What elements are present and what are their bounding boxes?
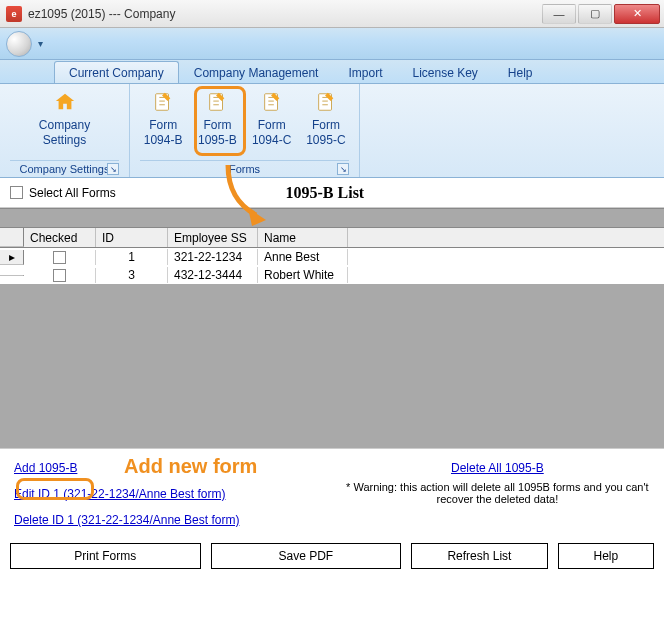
cell-id[interactable]: 3	[96, 267, 168, 283]
select-all-strip: Select All Forms 1095-B List	[0, 178, 664, 208]
select-all-checkbox[interactable]	[10, 186, 23, 199]
form-icon	[205, 90, 229, 114]
minimize-button[interactable]: —	[542, 4, 576, 24]
form-1095b-button[interactable]: Form 1095-B	[194, 88, 240, 148]
maximize-button[interactable]: ▢	[578, 4, 612, 24]
cell-name[interactable]: Robert White	[258, 267, 348, 283]
delete-all-link[interactable]: Delete All 1095-B	[451, 461, 544, 475]
annotation-add-new-form: Add new form	[124, 455, 257, 478]
cell-ss[interactable]: 321-22-1234	[168, 249, 258, 265]
refresh-list-button[interactable]: Refresh List	[411, 543, 548, 569]
window-title: ez1095 (2015) --- Company	[28, 7, 542, 21]
col-header-name[interactable]: Name	[258, 228, 348, 247]
add-1095b-link[interactable]: Add 1095-B	[14, 461, 77, 475]
group-launcher-icon[interactable]: ↘	[107, 163, 119, 175]
delete-form-link[interactable]: Delete ID 1 (321-22-1234/Anne Best form)	[14, 513, 239, 527]
ribbon-group-label: Company Settings ↘	[10, 160, 119, 175]
forms-grid: Checked ID Employee SS Name ▸ 1 321-22-1…	[0, 228, 664, 448]
row-indicator-icon	[0, 275, 24, 276]
row-checkbox[interactable]	[53, 251, 66, 264]
tab-license-key[interactable]: License Key	[397, 61, 492, 83]
col-header-id[interactable]: ID	[96, 228, 168, 247]
group-launcher-icon[interactable]: ↘	[337, 163, 349, 175]
col-header-ss[interactable]: Employee SS	[168, 228, 258, 247]
tab-help[interactable]: Help	[493, 61, 548, 83]
ribbon-btn-label: Settings	[43, 133, 86, 148]
ribbon-group-label: Forms ↘	[140, 160, 349, 175]
tab-company-management[interactable]: Company Management	[179, 61, 334, 83]
form-1094c-button[interactable]: Form 1094-C	[249, 88, 295, 148]
actions-panel: Add 1095-B Edit ID 1 (321-22-1234/Anne B…	[0, 448, 664, 533]
delete-warning-text: * Warning: this action will delete all 1…	[345, 481, 650, 505]
col-header-checked[interactable]: Checked	[24, 228, 96, 247]
app-icon: e	[6, 6, 22, 22]
row-header-corner	[0, 228, 24, 247]
row-indicator-icon: ▸	[0, 250, 24, 265]
form-1094b-button[interactable]: Form 1094-B	[140, 88, 186, 148]
form-icon	[314, 90, 338, 114]
row-checkbox[interactable]	[53, 269, 66, 282]
form-icon	[260, 90, 284, 114]
ribbon-tabs: Current Company Company Management Impor…	[0, 60, 664, 84]
form-1095c-button[interactable]: Form 1095-C	[303, 88, 349, 148]
bottom-button-bar: Print Forms Save PDF Refresh List Help	[0, 533, 664, 579]
form-icon	[151, 90, 175, 114]
quick-access-toolbar: ▾	[0, 28, 664, 60]
grid-gap	[0, 208, 664, 228]
window-titlebar: e ez1095 (2015) --- Company — ▢ ✕	[0, 0, 664, 28]
select-all-label: Select All Forms	[29, 186, 116, 200]
ribbon-btn-label: Company	[39, 118, 90, 133]
cell-ss[interactable]: 432-12-3444	[168, 267, 258, 283]
qat-dropdown-icon[interactable]: ▾	[38, 38, 43, 49]
edit-form-link[interactable]: Edit ID 1 (321-22-1234/Anne Best form)	[14, 487, 225, 501]
close-button[interactable]: ✕	[614, 4, 660, 24]
save-pdf-button[interactable]: Save PDF	[211, 543, 402, 569]
app-menu-orb[interactable]	[6, 31, 32, 57]
help-button[interactable]: Help	[558, 543, 654, 569]
table-row[interactable]: 3 432-12-3444 Robert White	[0, 266, 664, 284]
list-title: 1095-B List	[286, 184, 365, 202]
cell-id[interactable]: 1	[96, 249, 168, 265]
tab-import[interactable]: Import	[333, 61, 397, 83]
cell-name[interactable]: Anne Best	[258, 249, 348, 265]
company-settings-button[interactable]: Company Settings	[37, 88, 93, 148]
tab-current-company[interactable]: Current Company	[54, 61, 179, 83]
table-row[interactable]: ▸ 1 321-22-1234 Anne Best	[0, 248, 664, 266]
ribbon: Company Settings Company Settings ↘ Form…	[0, 84, 664, 178]
home-icon	[53, 90, 77, 114]
print-forms-button[interactable]: Print Forms	[10, 543, 201, 569]
